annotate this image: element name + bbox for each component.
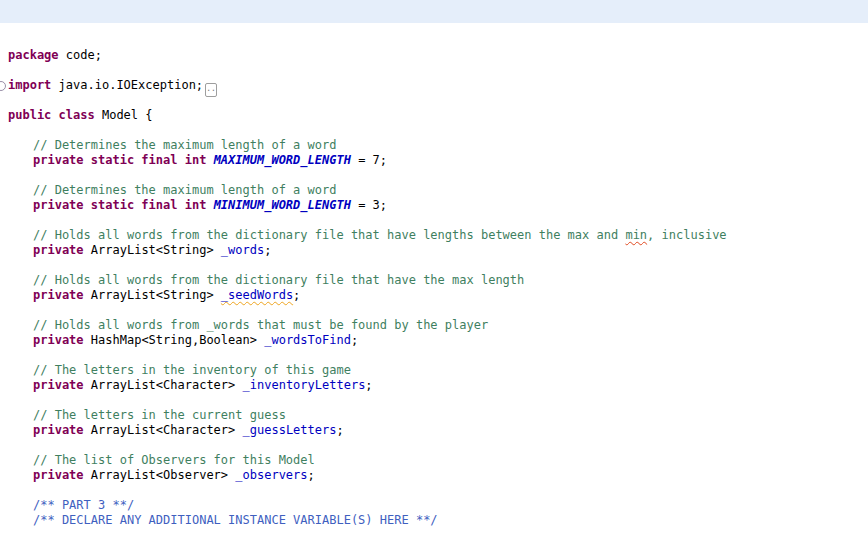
code-line[interactable]: package code; xyxy=(8,48,868,63)
code-token: ; xyxy=(336,423,343,437)
code-line[interactable]: private ArrayList<String> _words; xyxy=(8,243,868,258)
code-token: private static final int xyxy=(33,198,206,212)
code-line[interactable]: // Determines the maximum length of a wo… xyxy=(8,138,868,153)
code-token: // Determines the maximum length of a wo… xyxy=(33,138,336,152)
code-line[interactable] xyxy=(8,528,868,543)
code-token: _observers xyxy=(235,468,307,482)
code-token: java.io.IOException; xyxy=(51,78,203,92)
code-token: /** DECLARE ANY ADDITIONAL INSTANCE VARI… xyxy=(33,513,438,527)
code-line[interactable] xyxy=(8,213,868,228)
code-line[interactable]: // The letters in the current guess xyxy=(8,408,868,423)
code-token: // Holds all words from _words that must… xyxy=(33,318,488,332)
code-token: public class xyxy=(8,108,95,122)
code-line[interactable]: import java.io.IOException;.. xyxy=(8,78,868,93)
code-line[interactable]: public class Model { xyxy=(8,108,868,123)
code-line[interactable]: // Holds all words from _words that must… xyxy=(8,318,868,333)
code-line[interactable] xyxy=(8,93,868,108)
code-token: // Determines the maximum length of a wo… xyxy=(33,183,336,197)
code-token: _inventoryLetters xyxy=(243,378,366,392)
code-line[interactable]: /** PART 3 **/ xyxy=(8,498,868,513)
code-line[interactable]: private ArrayList<Character> _inventoryL… xyxy=(8,378,868,393)
code-token: ArrayList<String> xyxy=(84,288,221,302)
code-token: ; xyxy=(264,243,271,257)
code-token xyxy=(206,198,213,212)
code-token: private xyxy=(33,378,84,392)
code-line[interactable]: private ArrayList<Observer> _observers; xyxy=(8,468,868,483)
code-line[interactable]: /** DECLARE ANY ADDITIONAL INSTANCE VARI… xyxy=(8,513,868,528)
code-line[interactable]: // Determines the maximum length of a wo… xyxy=(8,183,868,198)
code-token: MAXIMUM_WORD_LENGTH xyxy=(214,153,351,167)
code-token: code; xyxy=(59,48,102,62)
code-line[interactable] xyxy=(8,348,868,363)
code-token: package xyxy=(8,48,59,62)
code-token: private xyxy=(33,423,84,437)
current-line-highlight xyxy=(0,0,868,23)
code-line[interactable]: private static final int MAXIMUM_WORD_LE… xyxy=(8,153,868,168)
code-token: _words xyxy=(221,243,264,257)
code-token xyxy=(206,153,213,167)
code-token: ; xyxy=(293,288,300,302)
code-editor[interactable]: package code;import java.io.IOException;… xyxy=(0,0,868,559)
code-line[interactable] xyxy=(8,258,868,273)
code-line[interactable] xyxy=(8,543,868,558)
code-token: private xyxy=(33,468,84,482)
code-token: ArrayList<Character> xyxy=(84,378,243,392)
code-line[interactable]: private ArrayList<String> _seedWords; xyxy=(8,288,868,303)
code-token: _guessLetters xyxy=(243,423,337,437)
code-token: , inclusive xyxy=(647,228,726,242)
code-token: ; xyxy=(308,468,315,482)
code-token: // The letters in the inventory of this … xyxy=(33,363,351,377)
code-token: = 7; xyxy=(351,153,387,167)
code-token: /** PART 3 **/ xyxy=(33,498,134,512)
code-line[interactable] xyxy=(8,483,868,498)
code-token: // The list of Observers for this Model xyxy=(33,453,315,467)
code-line[interactable]: // The list of Observers for this Model xyxy=(8,453,868,468)
code-token: // The letters in the current guess xyxy=(33,408,286,422)
code-line[interactable] xyxy=(8,63,868,78)
code-token: ; xyxy=(365,378,372,392)
code-line[interactable]: // Holds all words from the dictionary f… xyxy=(8,273,868,288)
code-line[interactable] xyxy=(8,393,868,408)
code-token: private xyxy=(33,288,84,302)
code-token: ; xyxy=(351,333,358,347)
code-line[interactable] xyxy=(8,303,868,318)
code-token: _wordsToFind xyxy=(264,333,351,347)
code-token: import xyxy=(8,78,51,92)
code-line[interactable]: // The letters in the inventory of this … xyxy=(8,363,868,378)
code-line[interactable]: private ArrayList<Character> _guessLette… xyxy=(8,423,868,438)
code-line[interactable] xyxy=(8,123,868,138)
code-token: HashMap<String,Boolean> xyxy=(84,333,265,347)
fold-collapse-marker-icon[interactable] xyxy=(0,81,6,91)
code-token: MINIMUM_WORD_LENGTH xyxy=(214,198,351,212)
code-token: = 3; xyxy=(351,198,387,212)
code-line[interactable]: private static final int MINIMUM_WORD_LE… xyxy=(8,198,868,213)
code-line[interactable] xyxy=(8,168,868,183)
code-token: // Holds all words from the dictionary f… xyxy=(33,228,625,242)
code-token: _seedWords xyxy=(221,288,293,302)
code-token: ArrayList<Character> xyxy=(84,423,243,437)
code-token: ArrayList<String> xyxy=(84,243,221,257)
code-token: min xyxy=(625,228,647,242)
code-token: ArrayList<Observer> xyxy=(84,468,236,482)
code-area[interactable]: package code;import java.io.IOException;… xyxy=(8,48,868,559)
code-line[interactable]: // Holds all words from the dictionary f… xyxy=(8,228,868,243)
code-token: Model { xyxy=(95,108,153,122)
code-token: private static final int xyxy=(33,153,206,167)
code-token: private xyxy=(33,243,84,257)
code-line[interactable] xyxy=(8,438,868,453)
code-token: private xyxy=(33,333,84,347)
code-token: // Holds all words from the dictionary f… xyxy=(33,273,524,287)
code-line[interactable]: private HashMap<String,Boolean> _wordsTo… xyxy=(8,333,868,348)
